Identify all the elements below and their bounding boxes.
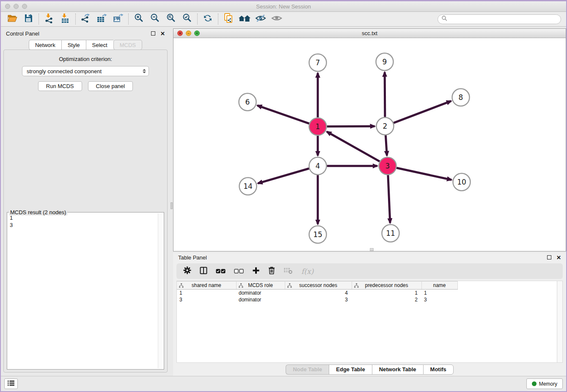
zoom-in-button[interactable]: [131, 13, 147, 25]
tab-network[interactable]: Network: [29, 40, 61, 50]
tab-motifs[interactable]: Motifs: [423, 364, 454, 375]
result-scrollbar[interactable]: [158, 213, 163, 368]
tab-mcds[interactable]: MCDS: [113, 40, 142, 50]
graph-edge-2-9[interactable]: [385, 72, 385, 117]
select-all-checkboxes-button[interactable]: [216, 268, 226, 275]
zoom-selected-button[interactable]: [179, 13, 195, 25]
columns-icon: [200, 267, 207, 276]
criterion-dropdown[interactable]: strongly connected component: [22, 66, 149, 76]
float-panel-icon[interactable]: [151, 31, 155, 36]
table-settings-button[interactable]: [183, 266, 191, 276]
graph-edge-2-3[interactable]: [385, 135, 387, 155]
column-header-name[interactable]: name: [421, 282, 457, 290]
graph-node-15[interactable]: 15: [309, 226, 327, 243]
column-header-shared-name[interactable]: shared name: [177, 282, 236, 290]
graph-node-9[interactable]: 9: [376, 53, 394, 71]
network-minimize-icon[interactable]: −: [186, 30, 191, 36]
table-cell[interactable]: 1: [177, 290, 236, 296]
import-table-button[interactable]: [57, 13, 73, 25]
table-cell[interactable]: 3: [177, 296, 236, 303]
table-cell[interactable]: 4: [285, 290, 352, 296]
export-network-button[interactable]: [78, 13, 94, 25]
home-view-button[interactable]: [237, 13, 253, 25]
graph-node-6[interactable]: 6: [239, 94, 256, 111]
column-header-MCDS-role[interactable]: MCDS role: [236, 282, 285, 290]
show-column-button[interactable]: [200, 267, 207, 276]
table-scrollbar[interactable]: [557, 281, 562, 362]
panel-splitter[interactable]: [170, 27, 173, 376]
table-cell[interactable]: 3: [285, 296, 352, 303]
delete-table-button[interactable]: [284, 267, 293, 276]
delete-table-icon: [284, 267, 293, 276]
graph-node-4[interactable]: 4: [309, 157, 327, 175]
new-network-from-selection-button[interactable]: [220, 13, 237, 25]
chevron-updown-icon: [143, 67, 146, 75]
refresh-layout-button[interactable]: [200, 13, 216, 25]
task-history-button[interactable]: [4, 378, 18, 389]
network-close-icon[interactable]: ✕: [177, 30, 183, 36]
function-builder-button[interactable]: f(x): [301, 267, 314, 276]
save-session-button[interactable]: [20, 13, 36, 25]
export-table-button[interactable]: [94, 13, 110, 25]
search-input[interactable]: [449, 16, 557, 22]
graph-node-10[interactable]: 10: [453, 174, 471, 191]
memory-button[interactable]: Memory: [526, 378, 563, 389]
zoom-out-button[interactable]: [147, 13, 163, 25]
graph-node-3[interactable]: 3: [379, 157, 396, 175]
tab-style[interactable]: Style: [61, 40, 86, 50]
tab-select[interactable]: Select: [86, 40, 113, 50]
graph-edge-3-11[interactable]: [388, 175, 390, 223]
graph-edge-2-8[interactable]: [394, 101, 451, 123]
mcds-result-text[interactable]: 13: [10, 214, 157, 368]
memory-status-icon: [532, 381, 537, 386]
deselect-all-checkboxes-button[interactable]: [234, 268, 244, 275]
refresh-icon: [203, 13, 213, 25]
table-row[interactable]: 3dominator323: [177, 296, 457, 303]
network-window-title: scc.txt: [173, 30, 566, 36]
zoom-fit-button[interactable]: [163, 13, 179, 25]
import-network-button[interactable]: [41, 13, 57, 25]
close-table-panel-icon[interactable]: ✕: [556, 255, 561, 260]
table-cell[interactable]: 2: [352, 296, 421, 303]
close-panel-icon[interactable]: ✕: [160, 31, 165, 36]
table-cell[interactable]: 1: [352, 290, 421, 296]
tab-network-table[interactable]: Network Table: [372, 364, 423, 375]
control-panel-header: Control Panel ✕: [1, 29, 170, 38]
export-image-button[interactable]: [110, 13, 126, 25]
tab-node-table[interactable]: Node Table: [286, 364, 329, 375]
graph-edge-4-14[interactable]: [258, 168, 309, 183]
table-row[interactable]: 1dominator411: [177, 290, 457, 296]
eye-slash-icon: [255, 14, 267, 25]
graph-edge-1-6[interactable]: [257, 105, 309, 124]
float-table-panel-icon[interactable]: [547, 255, 551, 259]
show-all-button[interactable]: [269, 13, 285, 25]
graph-node-7[interactable]: 7: [309, 54, 327, 72]
svg-text:2: 2: [383, 122, 388, 130]
column-header-predecessor-nodes[interactable]: predecessor nodes: [352, 282, 421, 290]
search-box[interactable]: [438, 14, 561, 24]
tab-edge-table[interactable]: Edge Table: [329, 364, 372, 375]
open-session-button[interactable]: [4, 13, 20, 25]
graph-node-1[interactable]: 1: [309, 118, 327, 135]
graph-node-8[interactable]: 8: [452, 89, 470, 106]
graph-node-11[interactable]: 11: [382, 225, 399, 242]
graph-node-14[interactable]: 14: [239, 178, 257, 195]
table-cell[interactable]: 1: [421, 290, 457, 296]
delete-column-button[interactable]: [268, 266, 275, 276]
table-cell[interactable]: 3: [421, 296, 457, 303]
run-mcds-button[interactable]: Run MCDS: [38, 81, 82, 91]
table-cell[interactable]: dominator: [236, 290, 285, 296]
hide-selected-button[interactable]: [253, 13, 269, 25]
graph-edge-3-10[interactable]: [396, 168, 451, 180]
column-header-successor-nodes[interactable]: successor nodes: [285, 282, 352, 290]
network-canvas[interactable]: 1234678910111415: [173, 38, 566, 251]
add-column-button[interactable]: [252, 267, 260, 276]
splitter-handle-icon[interactable]: [171, 202, 173, 209]
close-panel-button[interactable]: Close panel: [88, 81, 133, 91]
network-maximize-icon[interactable]: +: [194, 30, 200, 36]
graph-edge-1-2[interactable]: [327, 126, 374, 127]
graph-edge-3-1[interactable]: [327, 132, 380, 161]
table-cell[interactable]: dominator: [236, 296, 285, 303]
graph-node-2[interactable]: 2: [377, 118, 394, 135]
canvas-scrollbar-thumb[interactable]: [370, 248, 374, 251]
